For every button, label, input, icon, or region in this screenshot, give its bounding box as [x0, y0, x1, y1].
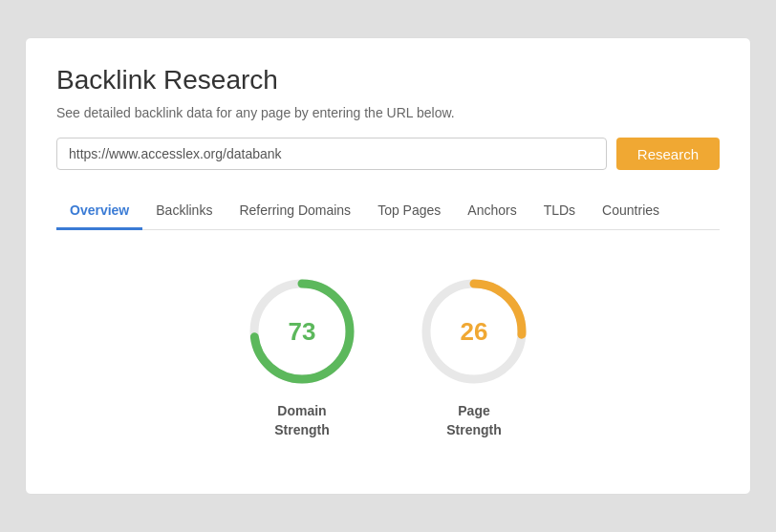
- tab-overview[interactable]: Overview: [56, 193, 142, 230]
- search-row: Research: [56, 138, 720, 170]
- page-strength-label: PageStrength: [446, 402, 502, 439]
- page-strength-metric: 26 PageStrength: [417, 274, 531, 439]
- page-title: Backlink Research: [56, 65, 720, 96]
- subtitle: See detailed backlink data for any page …: [56, 105, 720, 120]
- url-input[interactable]: [56, 138, 607, 170]
- domain-strength-label: DomainStrength: [274, 402, 330, 439]
- domain-strength-chart: 73: [245, 274, 359, 389]
- tab-countries[interactable]: Countries: [589, 193, 673, 230]
- page-strength-value: 26: [461, 317, 488, 347]
- tab-top-pages[interactable]: Top Pages: [364, 193, 454, 230]
- tab-tlds[interactable]: TLDs: [530, 193, 589, 230]
- tabs-nav: OverviewBacklinksReferring DomainsTop Pa…: [56, 193, 720, 230]
- tab-backlinks[interactable]: Backlinks: [142, 193, 226, 230]
- domain-strength-metric: 73 DomainStrength: [245, 274, 359, 439]
- page-strength-chart: 26: [417, 274, 531, 389]
- research-button[interactable]: Research: [616, 138, 720, 170]
- main-card: Backlink Research See detailed backlink …: [25, 37, 751, 494]
- tab-anchors[interactable]: Anchors: [454, 193, 529, 230]
- domain-strength-value: 73: [289, 317, 316, 347]
- metrics-row: 73 DomainStrength 26 PageStrength: [56, 265, 720, 458]
- tab-referring-domains[interactable]: Referring Domains: [226, 193, 364, 230]
